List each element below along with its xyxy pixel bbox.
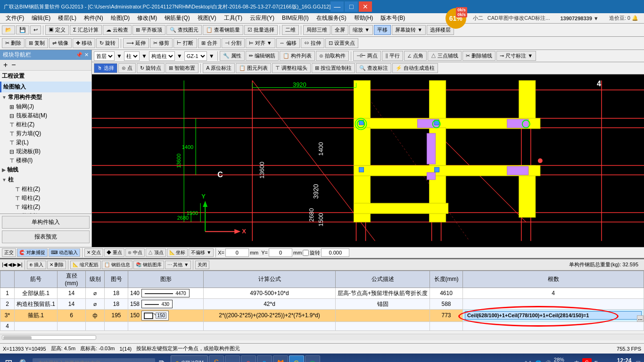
tb-offset[interactable]: ↔ 偏移 [276,38,300,48]
other-btn[interactable]: ⋯ 其他 ▼ [165,261,191,269]
attr-btn[interactable]: 🔧 属性 [220,51,245,61]
rotate-checkbox[interactable] [303,250,309,256]
component-id-select[interactable]: GZ-1 [184,51,207,61]
menu-rebar[interactable]: 钢筋量(Q) [161,13,193,23]
nav-last-btn[interactable]: ▶| [17,262,23,268]
component-type-select[interactable]: 柱 [124,51,140,61]
nav-prev-btn[interactable]: ◀ [8,262,12,268]
nav-stairs[interactable]: ⊤楼梯(I) [0,156,91,165]
two-point-btn[interactable]: ⊣⊢ 两点 [353,51,381,61]
dynamic-input-btn[interactable]: ⌨ 动态输入 [49,248,80,257]
in-place-label-btn[interactable]: A 原位标注 [203,63,235,73]
tb-stretch[interactable]: ⇔ 拉伸 [301,38,324,48]
taskbar-btn-2[interactable]: S [209,355,224,362]
table-row[interactable]: 2 构造柱预留筋.1 14 ⌀ 18 158 430 [0,299,644,310]
floor-select[interactable]: 首层 [94,51,115,61]
top-point-btn[interactable]: △ 顶点 [146,248,166,257]
element-list-btn[interactable]: 📋 图元列表 [236,63,271,73]
pick-component-btn[interactable]: ⊙ 抬取构件 [316,51,349,61]
scrollbar-area[interactable] [0,334,644,340]
parallel-btn[interactable]: ∥ 平行 [382,51,403,61]
tb-screen-rotate[interactable]: 屏幕旋转 ▼ [392,25,426,35]
point-btn[interactable]: ⊙ 点 [118,63,136,73]
tb-move[interactable]: ✚ 移动 [73,38,95,48]
tb-grip[interactable]: ⊡ 设置夹点 [325,38,358,48]
del-aux-btn[interactable]: ✂ 删除辅线 [462,51,495,61]
coord-btn[interactable]: 📐 坐标 [167,248,188,257]
three-point-btn[interactable]: △ 三点辅线 [428,51,462,61]
tb-extend[interactable]: ⟶ 延伸 [123,38,149,48]
tb-rotate[interactable]: ↻ 旋转 [96,38,119,48]
menu-version[interactable]: 版本号(B) [377,13,409,23]
count-expand-btn[interactable]: … [637,315,644,322]
table-row-selected[interactable]: 3* 箍筋.1 6 ф 195 150 150 [0,310,644,322]
tb-align[interactable]: ⊨ 对齐 ▼ [246,38,275,48]
close-button[interactable]: ✕ [359,1,372,12]
nav-add[interactable]: + [2,61,9,69]
x-input[interactable] [225,248,249,257]
tb-align-slab[interactable]: ⊞ 平齐板顶 [132,25,165,35]
scrollbar-thumb[interactable] [2,335,96,340]
menu-help[interactable]: 帮助(H) [350,13,377,23]
auto-gen-col-btn[interactable]: ⚡ 自动生成造柱 [392,63,438,73]
tb-batch-select[interactable]: ☑ 批量选择 [244,25,278,35]
rebar-table-wrap[interactable]: 筋号 直径(mm) 级别 图号 图形 计算公式 公式描述 长度(mm) 根数 1… [0,271,644,334]
nav-minus[interactable]: − [10,61,17,69]
select-btn[interactable]: 🖱 选择 [94,63,117,73]
no-offset-btn[interactable]: 不偏移 ▼ [189,248,214,257]
taskbar-app-ggj[interactable]: ⚙ 广联达BIM [171,355,208,362]
table-row[interactable]: 1 全部纵筋.1 14 ⌀ 18 140 4470 [0,288,644,299]
angle-point-btn[interactable]: ∠ 点角 [404,51,427,61]
nav-common-types[interactable]: ▼ 常用构件类型 [0,92,91,102]
component-subtype-select[interactable]: 构造柱 [149,51,175,61]
tb-2d[interactable]: 二维 [282,25,299,35]
menu-tools[interactable]: 工具(T) [220,13,246,23]
tb-break[interactable]: ⊢ 打断 [173,38,197,48]
snap-btn[interactable]: 🧲 对象捕捉 [17,248,48,257]
taskbar-btn-3[interactable]: ☁ [225,355,240,362]
task-view-btn[interactable]: ⧉ [157,357,166,362]
tb-mirror[interactable]: ⇌ 镜像 [49,38,72,48]
tb-find[interactable]: 🔍 查找图元 [166,25,202,35]
tb-merge[interactable]: ⊞ 合并 [198,38,221,48]
tb-copy[interactable]: ⊞ 复制 [25,38,48,48]
draw-col-by-pos-btn[interactable]: ⊞ 按位置绘制柱 [312,63,355,73]
y-input[interactable] [269,248,292,257]
tb-open[interactable]: 📂 [2,25,15,34]
single-input-btn[interactable]: 单构件输入 [2,216,90,229]
tb-local-3d[interactable]: 局部三维 [303,25,330,35]
tb-split[interactable]: ⊣ 分割 [222,38,245,48]
smart-place-btn[interactable]: ⊞ 智能布置 [165,63,198,73]
tb-calc[interactable]: Σ 汇总计算 [70,25,102,35]
scrollbar-handle[interactable] [3,336,32,340]
tb-trim[interactable]: ✂ 修剪 [150,38,173,48]
maximize-button[interactable]: □ [345,1,358,12]
dim-btn[interactable]: ⊸ 尺寸标注 ▼ [496,51,536,61]
rebar-lib-btn[interactable]: 📚 钢筋图库 [133,261,164,269]
rotate-input[interactable] [321,248,349,257]
nav-frame-col2[interactable]: ⊤框柱(Z) [0,185,91,194]
nav-end-col[interactable]: ⊤端柱(Z) [0,203,91,212]
taskbar-btn-active[interactable]: G [289,355,304,362]
nav-engineering[interactable]: 工程设置 [0,71,91,82]
nav-floor-slab[interactable]: ⊟现浇板(B) [0,147,91,156]
input-method[interactable]: 中 [574,360,579,362]
rebar-info-btn[interactable]: 📋 钢筋信息 [102,261,132,269]
del-row-btn[interactable]: ✕ 删除 [47,261,66,269]
panel-close[interactable]: ✕ [84,51,89,59]
nav-shear-wall[interactable]: ⊤剪力墙(Q) [0,129,91,138]
windows-start-btn[interactable]: ⊞ [2,355,16,362]
menu-bim[interactable]: BIM应用(I) [278,13,313,23]
taskbar-btn-7[interactable]: ◉ [305,355,320,362]
taskbar-btn-4[interactable]: e [241,355,256,362]
menu-online[interactable]: 在线服务(S) [313,13,350,23]
cortana-btn[interactable]: 🔍 [17,357,31,362]
search-input[interactable] [33,358,155,362]
sogou-icon[interactable]: S [582,358,592,362]
insert-btn[interactable]: ⊕ 插入 [27,261,46,269]
close-rebar-btn[interactable]: 关闭 [195,261,209,269]
tb-cloud-check[interactable]: ☁ 云检查 [103,25,132,35]
tb-define[interactable]: ▣ 定义 [45,25,69,35]
tb-pan[interactable]: 平移 [374,25,391,35]
row-count-editing[interactable]: Ceil(628/100)+1+Ceil(778/100)+1+Ceil(281… [463,310,644,322]
